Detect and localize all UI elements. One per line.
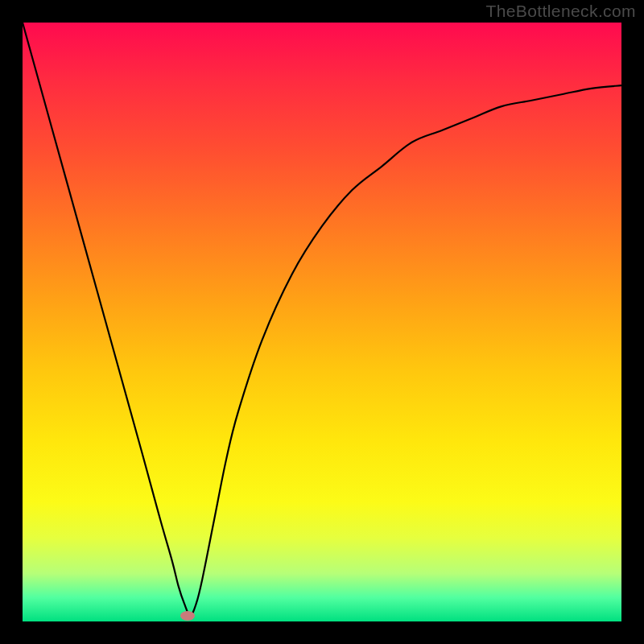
chart-frame: TheBottleneck.com	[0, 0, 644, 644]
plot-area	[23, 23, 621, 621]
bottleneck-curve	[23, 23, 621, 621]
optimal-point-marker	[180, 611, 195, 621]
watermark-text: TheBottleneck.com	[485, 2, 636, 21]
